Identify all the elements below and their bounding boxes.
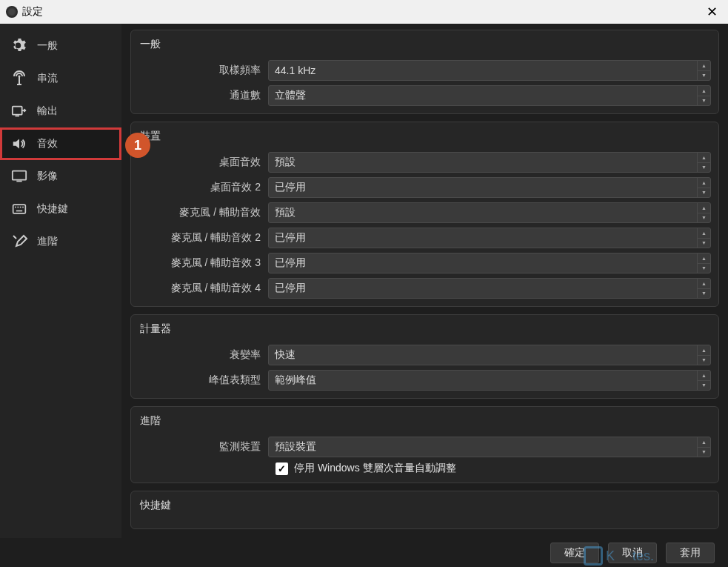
sidebar-item-label: 快捷鍵 [37,202,68,216]
svg-rect-4 [16,181,21,182]
decay-select[interactable]: 快速 ▲▼ [268,345,711,365]
sidebar-item-label: 影像 [37,170,58,183]
spinner-icon: ▲▼ [697,61,710,80]
spinner-icon: ▲▼ [697,228,710,248]
sidebar-item-advanced[interactable]: 進階 [0,225,121,258]
select-value: 已停用 [275,181,306,194]
group-meters: 計量器 衰變率 快速 ▲▼ 峰值表類型 範例峰值 ▲▼ [130,314,719,399]
content-panel: 一般 取樣頻率 44.1 kHz ▲▼ 通道數 立體聲 ▲▼ 裝置 桌面音效 [121,24,728,538]
select-value: 立體聲 [275,89,306,102]
sidebar-item-label: 一般 [37,39,58,53]
mic1-select[interactable]: 預設 ▲▼ [268,202,711,223]
keyboard-icon [9,200,30,218]
sidebar-item-stream[interactable]: 串流 [0,62,121,95]
select-value: 快速 [275,348,295,362]
spinner-icon: ▲▼ [697,253,710,273]
desktop-audio-select[interactable]: 預設 ▲▼ [268,152,711,173]
group-title: 裝置 [138,128,711,146]
channels-select[interactable]: 立體聲 ▲▼ [268,85,711,106]
group-general: 一般 取樣頻率 44.1 kHz ▲▼ 通道數 立體聲 ▲▼ [130,30,719,114]
sidebar-item-video[interactable]: 影像 [0,160,121,193]
desktop-audio2-label: 桌面音效 2 [138,181,268,194]
svg-rect-3 [13,171,26,180]
gear-icon [9,37,30,55]
svg-rect-1 [13,107,22,115]
svg-rect-5 [13,205,26,213]
ducking-label: 停用 Windows 雙層次音量自動調整 [294,462,456,475]
spinner-icon: ▲▼ [697,345,710,365]
svg-rect-6 [15,207,16,208]
select-value: 範例峰值 [275,374,316,387]
sidebar-item-label: 串流 [37,72,58,85]
svg-rect-9 [22,207,24,208]
sidebar-item-label: 進階 [37,235,58,248]
svg-rect-10 [16,210,22,212]
spinner-icon: ▲▼ [697,86,710,105]
cancel-button[interactable]: 取消 [608,543,657,563]
svg-rect-7 [18,207,19,208]
sidebar-item-audio[interactable]: 音效 1 [0,127,121,160]
mic3-label: 麥克風 / 輔助音效 3 [138,256,268,270]
output-icon [9,102,30,120]
footer: Ktes. 確定 取消 套用 [0,538,728,567]
mic4-select[interactable]: 已停用 ▲▼ [268,278,711,299]
mic2-select[interactable]: 已停用 ▲▼ [268,228,711,248]
group-title: 計量器 [138,321,711,339]
apply-button[interactable]: 套用 [666,543,715,563]
close-icon[interactable]: ✕ [702,4,722,20]
group-hotkeys: 快捷鍵 [130,491,719,529]
sample-rate-label: 取樣頻率 [138,64,268,77]
select-value: 已停用 [275,282,306,295]
annotation-badge: 1 [125,133,150,158]
monitor-icon [9,168,30,185]
window-title: 設定 [22,5,43,19]
mic1-label: 麥克風 / 輔助音效 [138,206,268,219]
sidebar-item-label: 音效 [37,137,58,150]
spinner-icon: ▲▼ [697,279,710,298]
svg-point-0 [19,76,21,78]
sidebar-item-label: 輸出 [37,105,58,118]
spinner-icon: ▲▼ [697,371,710,390]
sidebar-item-general[interactable]: 一般 [0,30,121,62]
sidebar: 一般 串流 輸出 音效 1 影像 [0,24,121,538]
group-title: 進階 [138,413,711,431]
decay-label: 衰變率 [138,348,268,362]
audio-icon [9,135,30,153]
ducking-checkbox[interactable]: ✓ [275,462,288,475]
sidebar-item-hotkeys[interactable]: 快捷鍵 [0,193,121,225]
stream-icon [9,70,30,87]
peak-type-label: 峰值表類型 [138,374,268,387]
monitor-label: 監測裝置 [138,440,268,454]
select-value: 已停用 [275,256,306,270]
channels-label: 通道數 [138,89,268,102]
group-title: 一般 [138,36,711,54]
desktop-audio2-select[interactable]: 已停用 ▲▼ [268,177,711,198]
spinner-icon: ▲▼ [697,437,710,457]
desktop-audio-label: 桌面音效 [138,156,268,169]
peak-type-select[interactable]: 範例峰值 ▲▼ [268,370,711,391]
mic3-select[interactable]: 已停用 ▲▼ [268,253,711,273]
mic4-label: 麥克風 / 輔助音效 4 [138,282,268,295]
select-value: 預設裝置 [275,440,316,454]
ok-button[interactable]: 確定 [550,543,599,563]
group-advanced: 進階 監測裝置 預設裝置 ▲▼ ✓ 停用 Windows 雙層次音量自動調整 [130,406,719,483]
monitor-select[interactable]: 預設裝置 ▲▼ [268,437,711,457]
app-icon [6,6,18,18]
mic2-label: 麥克風 / 輔助音效 2 [138,231,268,245]
svg-rect-8 [20,207,21,208]
sample-rate-select[interactable]: 44.1 kHz ▲▼ [268,60,711,81]
spinner-icon: ▲▼ [697,153,710,172]
titlebar: 設定 ✕ [0,0,728,24]
tools-icon [9,233,30,251]
svg-rect-2 [16,116,20,117]
sidebar-item-output[interactable]: 輸出 [0,95,121,127]
spinner-icon: ▲▼ [697,178,710,197]
group-devices: 裝置 桌面音效 預設 ▲▼ 桌面音效 2 已停用 ▲▼ 麥克風 / 輔助音效 預… [130,122,719,307]
select-value: 已停用 [275,231,306,245]
select-value: 預設 [275,156,295,169]
select-value: 預設 [275,206,295,219]
select-value: 44.1 kHz [275,64,315,76]
group-title: 快捷鍵 [138,497,711,515]
spinner-icon: ▲▼ [697,203,710,222]
